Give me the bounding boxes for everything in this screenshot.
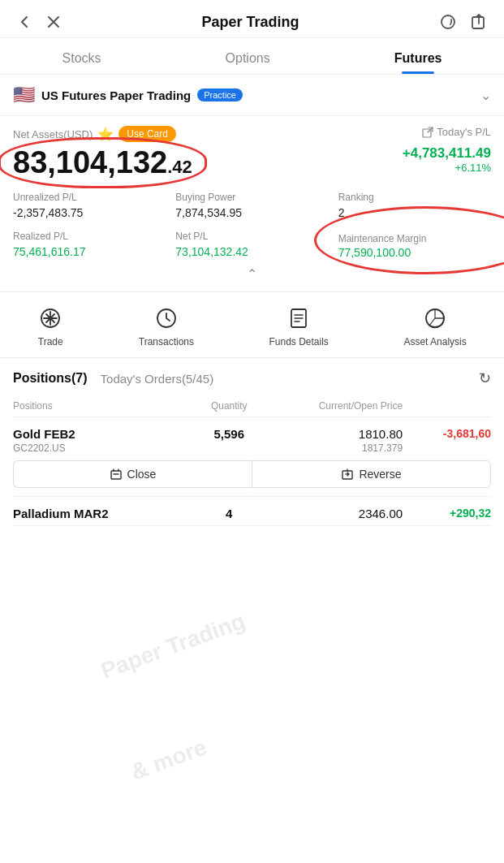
realized-pl-value: 75,461,616.17 — [13, 245, 166, 258]
close-icon — [45, 14, 62, 30]
net-assets-label: Net Assets(USD) — [13, 128, 93, 140]
todays-pl-label: Today's P/L — [437, 126, 491, 138]
account-row[interactable]: 🇺🇸 US Futures Paper Trading Practice ⌄ — [0, 75, 504, 116]
realized-pl-label: Realized P/L — [13, 231, 166, 242]
orders-tab[interactable]: Today's Orders(5/45) — [101, 372, 214, 386]
svg-rect-1 — [472, 17, 484, 28]
pos-name-palladium: Palladium MAR2 — [13, 507, 183, 520]
main-tabs: Stocks Options Futures — [0, 38, 504, 75]
reverse-position-button-gold[interactable]: Reverse — [252, 460, 491, 488]
account-left: 🇺🇸 US Futures Paper Trading Practice — [13, 84, 243, 106]
back-button[interactable] — [16, 14, 32, 30]
net-pl-item: Net P/L 73,104,132.42 — [175, 231, 328, 260]
pos-price-col-palladium: 2346.00 — [275, 507, 403, 522]
tab-futures[interactable]: Futures — [375, 45, 462, 74]
unrealized-pl-value: -2,357,483.75 — [13, 206, 166, 219]
star-icon: ⭐ — [97, 127, 114, 142]
collapse-button[interactable]: ⌃ — [247, 266, 257, 282]
chevron-down-icon[interactable]: ⌄ — [480, 88, 491, 103]
net-pl-value: 73,104,132.42 — [175, 245, 328, 258]
close-label: Close — [127, 468, 157, 481]
share-button[interactable] — [470, 13, 488, 31]
maintenance-margin-value: 77,590,100.00 — [338, 246, 411, 259]
use-card-button[interactable]: Use Card — [118, 126, 176, 142]
buying-power-label: Buying Power — [175, 192, 328, 203]
pos-qty-gold: 5,596 — [187, 427, 272, 441]
refresh-header-button[interactable] — [439, 13, 457, 31]
positions-tab[interactable]: Positions(7) — [13, 371, 88, 386]
position-top-gold: Gold FEB2 GC2202.US 5,596 1810.80 1817.3… — [13, 427, 491, 454]
nav-transactions[interactable]: Transactions — [139, 305, 194, 347]
close-button[interactable] — [45, 14, 62, 30]
tab-options[interactable]: Options — [206, 45, 290, 74]
back-icon — [16, 14, 32, 30]
nav-trade-label: Trade — [38, 336, 63, 347]
use-card-label: Use Card — [127, 128, 168, 140]
account-name: US Futures Paper Trading — [41, 88, 191, 102]
pos-qty-palladium: 4 — [187, 507, 272, 520]
collapse-row: ⌃ — [13, 260, 491, 285]
pos-current-gold: 1810.80 — [275, 427, 403, 441]
tab-stocks[interactable]: Stocks — [43, 45, 121, 74]
svg-point-0 — [442, 15, 454, 28]
todays-pl-label-row: Today's P/L — [422, 126, 491, 138]
export-icon — [422, 127, 433, 138]
reverse-icon — [341, 468, 354, 481]
col-quantity: Quantity — [187, 400, 272, 412]
buying-power-item: Buying Power 7,874,534.95 — [175, 192, 328, 219]
stats-section: Net Assets(USD) ⭐ Use Card Today's P/L 8… — [0, 116, 504, 292]
page-title: Paper Trading — [201, 14, 299, 31]
realized-pl-item: Realized P/L 75,461,616.17 — [13, 231, 166, 260]
close-position-icon — [110, 468, 123, 481]
unrealized-pl-label: Unrealized P/L — [13, 192, 166, 203]
watermark-2: & more — [127, 734, 210, 785]
nav-funds[interactable]: Funds Details — [269, 305, 329, 347]
balance-whole: 83,104,132 — [13, 145, 167, 179]
nav-asset-analysis[interactable]: Asset Analysis — [403, 305, 466, 347]
positions-header: Positions(7) Today's Orders(5/45) ↻ — [13, 358, 491, 395]
todays-pl-pct: +6.11% — [403, 162, 491, 174]
positions-tabs: Positions(7) Today's Orders(5/45) — [13, 371, 226, 386]
nav-trade[interactable]: Trade — [37, 305, 63, 347]
pos-price-col-gold: 1810.80 1817.379 — [275, 427, 403, 454]
header-left-icons — [16, 14, 62, 30]
buying-power-value: 7,874,534.95 — [175, 206, 328, 219]
maintenance-margin-label: Maintenance Margin — [338, 233, 427, 244]
pos-info-palladium: Palladium MAR2 — [13, 507, 183, 522]
clock-icon — [153, 305, 179, 331]
bottom-nav: Trade Transactions Funds Details — [0, 292, 504, 358]
main-balance-row: 83,104,132.42 +4,783,411.49 +6.11% — [13, 145, 491, 180]
practice-badge: Practice — [197, 88, 243, 101]
pos-info-gold: Gold FEB2 GC2202.US — [13, 427, 183, 454]
header: Paper Trading — [0, 0, 504, 38]
share-icon — [470, 13, 488, 31]
refresh-icon — [439, 13, 457, 31]
positions-refresh-button[interactable]: ↻ — [479, 369, 491, 387]
close-position-button-gold[interactable]: Close — [13, 460, 252, 488]
document-icon — [286, 305, 312, 331]
col-price: Current/Open Price — [275, 400, 403, 412]
sub-stats-row2: Realized P/L 75,461,616.17 Net P/L 73,10… — [13, 231, 491, 260]
sub-stats-row1: Unrealized P/L -2,357,483.75 Buying Powe… — [13, 192, 491, 219]
unrealized-pl-item: Unrealized P/L -2,357,483.75 — [13, 192, 166, 219]
positions-section: Positions(7) Today's Orders(5/45) ↻ Posi… — [0, 358, 504, 526]
col-positions: Positions — [13, 400, 183, 412]
column-headers: Positions Quantity Current/Open Price — [13, 395, 491, 417]
todays-pl-amount: +4,783,411.49 — [403, 145, 491, 162]
flag-icon: 🇺🇸 — [13, 84, 35, 106]
pos-actions-gold: Close Reverse — [13, 460, 491, 488]
nav-asset-analysis-label: Asset Analysis — [403, 336, 466, 347]
balance-oval: 83,104,132.42 — [13, 145, 192, 180]
svg-rect-14 — [111, 471, 121, 479]
maintenance-margin-item: Maintenance Margin 77,590,100.00 — [338, 231, 491, 260]
nav-funds-label: Funds Details — [269, 336, 329, 347]
position-top-palladium: Palladium MAR2 4 2346.00 +290,32 — [13, 507, 491, 522]
col-pnl — [406, 400, 491, 412]
watermark-1: Paper Trading — [97, 608, 248, 684]
balance-decimal: .42 — [167, 157, 192, 177]
position-row-gold: Gold FEB2 GC2202.US 5,596 1810.80 1817.3… — [13, 417, 491, 497]
trade-icon — [37, 305, 63, 331]
pos-name-gold: Gold FEB2 — [13, 427, 183, 441]
pie-chart-icon — [422, 305, 448, 331]
header-right-icons — [439, 13, 488, 31]
